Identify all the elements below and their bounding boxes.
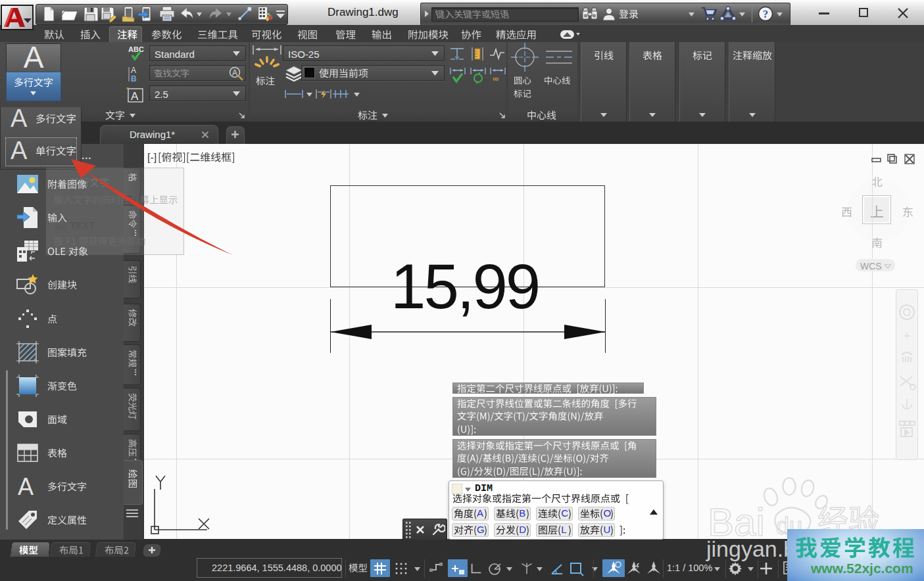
svg-text:B: B: [131, 74, 137, 83]
svg-text:∞: ∞: [493, 74, 498, 83]
svg-text:A: A: [232, 68, 237, 78]
svg-text:ABC: ABC: [128, 45, 144, 53]
svg-text:A: A: [18, 475, 34, 498]
svg-text:A: A: [131, 66, 136, 75]
svg-text:A: A: [131, 90, 139, 103]
svg-text:?: ?: [763, 9, 768, 20]
